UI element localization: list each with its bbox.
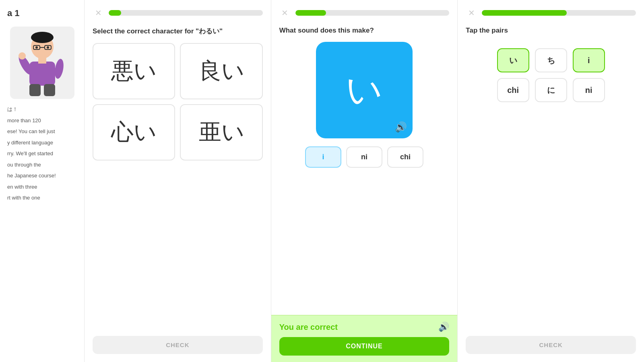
sidebar: a 1 は！ [0, 0, 85, 362]
panel3-close-button[interactable]: ✕ [466, 7, 477, 19]
answer-btn-i[interactable]: i [305, 146, 341, 168]
svg-rect-12 [29, 84, 41, 96]
panel3-check-button[interactable]: CHECK [466, 336, 636, 354]
panel1-content: Select the correct character for "わるい" 悪… [85, 23, 271, 362]
correct-text-row: You are correct 🔊 [279, 322, 450, 332]
pair-btn-chi-kana[interactable]: ち [535, 48, 567, 72]
correct-icon: 🔊 [438, 322, 449, 332]
continue-button[interactable]: CONTINUE [279, 337, 450, 356]
panel-select-character: ✕ Select the correct character for "わるい"… [85, 0, 271, 362]
correct-banner: You are correct 🔊 CONTINUE [271, 315, 458, 362]
avatar [10, 27, 74, 99]
sidebar-title: a 1 [4, 8, 80, 19]
char-card-2[interactable]: 心い [93, 104, 175, 160]
panel-sound: ✕ What sound does this make? い 🔊 i ni ch… [271, 0, 458, 362]
panel2-header: ✕ [271, 0, 458, 23]
char-card-0[interactable]: 悪い [93, 43, 175, 99]
pair-btn-ni-latin[interactable]: ni [573, 78, 605, 102]
pairs-row-2: chi に ni [466, 78, 636, 102]
sound-card[interactable]: い 🔊 [316, 42, 413, 138]
correct-label: You are correct [279, 323, 338, 332]
pair-btn-ni-kana[interactable]: に [535, 78, 567, 102]
panel2-progress-bar-fill [295, 10, 326, 16]
char-card-1[interactable]: 良い [180, 43, 262, 99]
pairs-grid: い ち i chi に ni [466, 48, 636, 102]
panels: ✕ Select the correct character for "わるい"… [85, 0, 644, 362]
panel-tap-pairs: ✕ Tap the pairs い ち i chi に ni CHECK [458, 0, 644, 362]
panel3-header: ✕ [458, 0, 644, 23]
svg-point-5 [35, 46, 38, 49]
pair-btn-chi-latin[interactable]: chi [497, 78, 529, 102]
panel2-content: What sound does this make? い 🔊 i ni chi [271, 23, 458, 362]
character-cards-grid: 悪い 良い 心い 亜い [93, 43, 263, 160]
char-card-3[interactable]: 亜い [180, 104, 262, 160]
svg-point-6 [47, 46, 49, 49]
panel2-close-button[interactable]: ✕ [279, 7, 291, 19]
sound-image-wrap: い 🔊 [279, 42, 450, 138]
svg-rect-8 [38, 58, 46, 64]
panel1-progress-bar-fill [109, 10, 121, 16]
answer-btn-chi[interactable]: chi [387, 146, 423, 168]
panel1-header: ✕ [85, 0, 271, 23]
pair-btn-i-latin[interactable]: i [573, 48, 605, 72]
panel3-progress-bar-bg [482, 10, 636, 16]
svg-rect-7 [29, 62, 55, 86]
svg-point-1 [31, 32, 54, 43]
panel3-progress-bar-fill [482, 10, 566, 16]
panel3-question: Tap the pairs [466, 27, 636, 35]
answer-options: i ni chi [279, 146, 450, 168]
answer-btn-ni[interactable]: ni [346, 146, 382, 168]
pair-btn-i[interactable]: い [497, 48, 529, 72]
sound-character: い [346, 66, 383, 115]
panel1-question: Select the correct character for "わるい" [93, 27, 263, 36]
svg-point-10 [53, 58, 64, 80]
panel1-progress-bar-bg [109, 10, 263, 16]
panel2-question: What sound does this make? [279, 27, 450, 35]
panel2-progress-bar-bg [295, 10, 450, 16]
sidebar-description: は！ more than 120 ese! You can tell just … [4, 105, 80, 202]
pairs-row-1: い ち i [466, 48, 636, 72]
panel3-content: Tap the pairs い ち i chi に ni CHECK [458, 23, 644, 362]
svg-rect-13 [44, 84, 55, 96]
svg-point-11 [19, 52, 26, 60]
panel1-close-button[interactable]: ✕ [93, 7, 104, 19]
panel1-check-button[interactable]: CHECK [93, 336, 263, 354]
speaker-icon[interactable]: 🔊 [395, 121, 407, 133]
